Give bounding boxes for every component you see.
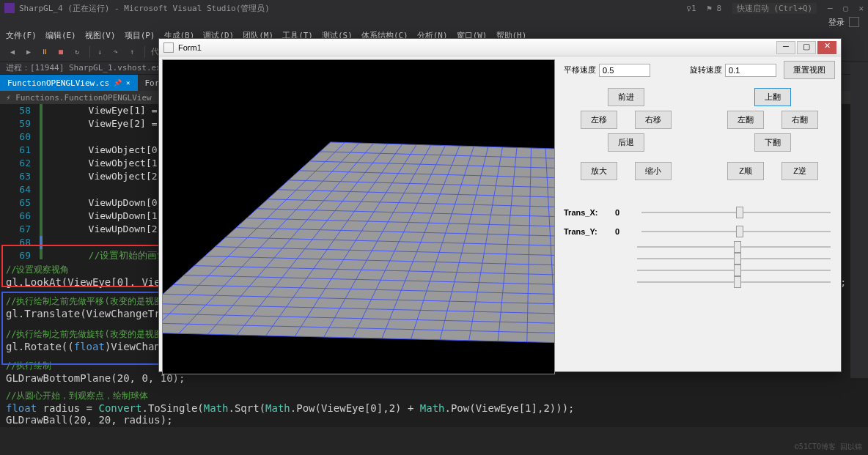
pan-speed-label: 平移速度 [564,64,596,75]
slider-transy: Trans_Y: 0 [564,227,835,236]
titlebar: SharpGL_4 (正在运行) - Microsoft Visual Stud… [0,0,868,16]
login-row: 登录 [0,16,868,28]
zccw-button[interactable]: Z逆 [781,162,818,180]
context-label: ⚡ Functions.FunctionOPENGLView [6,93,152,103]
zcw-button[interactable]: Z顺 [727,162,764,180]
titlebar-right: ♀1 ⚑ 8 快速启动 (Ctrl+Q) ─ ▢ ✕ [680,3,864,14]
form-max-btn[interactable]: ▢ [797,41,816,54]
tiltleft-button[interactable]: 左翻 [727,111,764,129]
back-button[interactable]: 后退 [608,133,644,152]
opengl-viewport[interactable] [162,59,555,374]
window-title: SharpGL_4 (正在运行) - Microsoft Visual Stud… [19,3,270,14]
down-button[interactable]: 下翻 [754,133,791,152]
min-btn[interactable]: ─ [828,4,833,13]
vs-icon [4,3,15,13]
slider-5[interactable] [564,270,835,271]
avatar-icon[interactable] [849,17,859,27]
slider-4[interactable] [564,258,835,259]
slider-transx: Trans_X: 0 [564,208,835,217]
transx-value: 0 [615,208,637,217]
stop-icon[interactable]: ■ [54,45,67,59]
menu-edit[interactable]: 编辑(E) [45,30,76,41]
step-over-icon[interactable]: ↷ [109,45,122,59]
transx-label: Trans_X: [564,208,615,217]
process-label: 进程：[11944] SharpGL_1.vshost.exe [6,62,166,73]
nav-back-icon[interactable]: ◀ [6,45,19,59]
close-btn[interactable]: ✕ [858,4,864,13]
pause-icon[interactable]: ⏸ [38,45,51,59]
tiltright-button[interactable]: 右翻 [781,111,818,129]
form-close-btn[interactable]: ✕ [817,41,836,54]
transy-value: 0 [615,227,637,236]
notif-icon[interactable]: ♀1 [686,4,696,13]
code-block4[interactable]: //从圆心开始，到观察点，绘制球体 float radius = Convert… [0,385,868,427]
step-out-icon[interactable]: ↑ [125,45,139,59]
code-line: GLDrawBall(20, 20, radius); [6,414,862,426]
rot-speed-label: 旋转速度 [690,64,722,75]
transy-label: Trans_Y: [564,227,615,236]
pin-icon[interactable]: 📌 [114,79,122,86]
tab-functionopengl[interactable]: FunctionOPENGLView.cs 📌 ✕ [0,75,138,91]
zoomin-button[interactable]: 放大 [581,162,617,180]
forward-button[interactable]: 前进 [608,88,644,106]
slider-6[interactable] [564,281,835,283]
code-line: float radius = Convert.ToSingle(Math.Sqr… [6,402,862,414]
up-button[interactable]: 上翻 [754,88,791,106]
tab-label: FunctionOPENGLView.cs [7,78,109,88]
form-min-btn[interactable]: ─ [776,41,795,54]
menu-file[interactable]: 文件(F) [6,30,37,41]
flag-icon[interactable]: ⚑ 8 [707,4,721,13]
close-icon[interactable]: ✕ [126,79,130,86]
left-button[interactable]: 左移 [581,111,617,129]
zoomout-button[interactable]: 缩小 [635,162,672,180]
slider-3[interactable] [564,246,835,248]
transx-slider[interactable] [641,212,831,213]
login-link[interactable]: 登录 [828,17,845,28]
transy-slider[interactable] [641,231,831,232]
menu-project[interactable]: 项目(P) [125,30,155,41]
form-titlebar[interactable]: Form1 ─ ▢ ✕ [159,39,841,56]
watermark: ©51CTO博客 回以锦 [795,442,862,452]
right-button[interactable]: 右移 [635,111,672,129]
form-title-text: Form1 [178,43,202,52]
form1-window: Form1 ─ ▢ ✕ 平移速度 旋转速度 重置视图 [158,38,842,372]
menu-view[interactable]: 视图(V) [85,30,116,41]
controls-panel: 平移速度 旋转速度 重置视图 前进 左移 右移 后退 放大 [558,56,841,371]
reset-button[interactable]: 重置视图 [784,61,835,79]
comment: //从圆心开始，到观察点，绘制球体 [6,390,862,402]
right-panel-strip[interactable] [850,63,868,378]
pan-speed-input[interactable] [599,64,650,77]
max-btn[interactable]: ▢ [843,4,848,13]
nav-fwd-icon[interactable]: ▶ [22,45,35,59]
restart-icon[interactable]: ↻ [70,45,84,59]
rot-speed-input[interactable] [725,64,776,77]
quick-launch[interactable]: 快速启动 (Ctrl+Q) [732,3,817,14]
step-into-icon[interactable]: ↓ [93,45,106,59]
form-icon [163,42,174,53]
